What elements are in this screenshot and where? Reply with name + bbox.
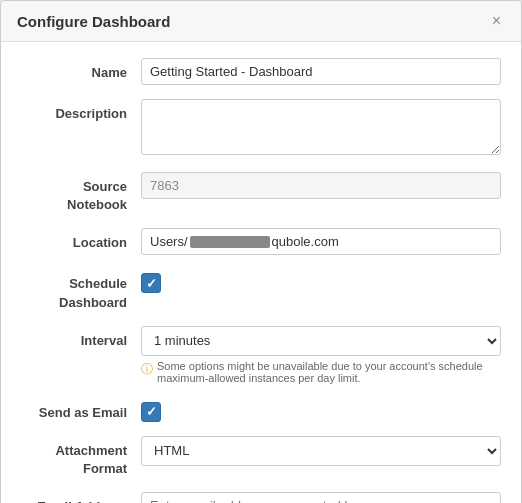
location-prefix: Users/ <box>150 234 188 249</box>
description-control <box>141 99 501 158</box>
info-icon: ⓘ <box>141 361 153 378</box>
interval-select[interactable]: 1 minutes 5 minutes 10 minutes 15 minute… <box>141 326 501 356</box>
interval-control: 1 minutes 5 minutes 10 minutes 15 minute… <box>141 326 501 384</box>
email-address-control <box>141 492 501 503</box>
source-notebook-control <box>141 172 501 199</box>
dialog-body: Name Description Source Notebook Locatio… <box>1 42 521 503</box>
interval-row: Interval 1 minutes 5 minutes 10 minutes … <box>21 326 501 384</box>
schedule-row: Schedule Dashboard ✓ <box>21 269 501 311</box>
name-input[interactable] <box>141 58 501 85</box>
send-email-checkmark: ✓ <box>146 405 157 418</box>
configure-dashboard-dialog: Configure Dashboard × Name Description S… <box>0 0 522 503</box>
send-email-row: Send as Email ✓ <box>21 398 501 422</box>
email-address-input[interactable] <box>141 492 501 503</box>
description-input[interactable] <box>141 99 501 155</box>
dialog-title: Configure Dashboard <box>17 13 170 30</box>
description-label: Description <box>21 99 141 123</box>
location-suffix: qubole.com <box>272 234 339 249</box>
interval-hint-text: Some options might be unavailable due to… <box>157 360 501 384</box>
name-control <box>141 58 501 85</box>
email-address-row: Email Address <box>21 492 501 503</box>
attachment-format-control: HTML PDF CSV <box>141 436 501 466</box>
schedule-checkbox[interactable]: ✓ <box>141 273 161 293</box>
attachment-format-row: Attachment Format HTML PDF CSV <box>21 436 501 478</box>
attachment-format-select[interactable]: HTML PDF CSV <box>141 436 501 466</box>
send-email-control: ✓ <box>141 398 501 422</box>
location-redacted <box>190 236 270 248</box>
source-notebook-label: Source Notebook <box>21 172 141 214</box>
source-notebook-input <box>141 172 501 199</box>
location-label: Location <box>21 228 141 252</box>
source-notebook-row: Source Notebook <box>21 172 501 214</box>
dialog-header: Configure Dashboard × <box>1 1 521 42</box>
send-email-checkbox[interactable]: ✓ <box>141 402 161 422</box>
send-email-label: Send as Email <box>21 398 141 422</box>
schedule-checkbox-wrap: ✓ <box>141 269 501 293</box>
location-control: Users/ qubole.com <box>141 228 501 255</box>
schedule-label: Schedule Dashboard <box>21 269 141 311</box>
attachment-format-label: Attachment Format <box>21 436 141 478</box>
send-email-checkbox-wrap: ✓ <box>141 398 501 422</box>
description-row: Description <box>21 99 501 158</box>
location-row: Location Users/ qubole.com <box>21 228 501 255</box>
close-button[interactable]: × <box>488 11 505 31</box>
name-row: Name <box>21 58 501 85</box>
schedule-control: ✓ <box>141 269 501 293</box>
interval-hint: ⓘ Some options might be unavailable due … <box>141 360 501 384</box>
interval-label: Interval <box>21 326 141 350</box>
schedule-checkmark: ✓ <box>146 277 157 290</box>
email-address-label: Email Address <box>21 492 141 503</box>
name-label: Name <box>21 58 141 82</box>
